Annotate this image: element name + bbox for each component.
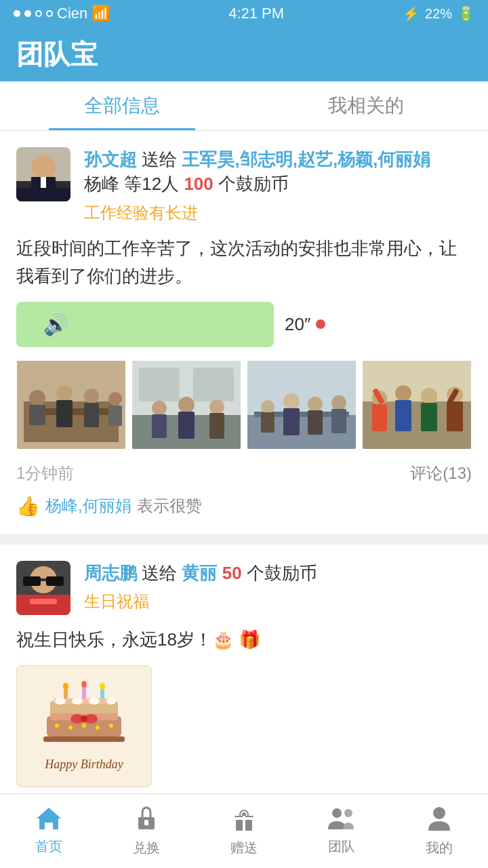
- exchange-icon: [133, 805, 160, 835]
- svg-rect-86: [144, 820, 148, 825]
- nav-gift-label: 赠送: [230, 839, 258, 857]
- svg-rect-4: [41, 177, 46, 188]
- signal-dot-2: [24, 10, 31, 17]
- battery-percent: 22%: [425, 6, 452, 22]
- post-2-sender[interactable]: 周志鹏: [84, 563, 137, 583]
- tab-all-info-label: 全部信息: [84, 93, 160, 119]
- svg-rect-20: [139, 368, 180, 401]
- svg-point-71: [89, 698, 100, 705]
- post-1-img-4[interactable]: [362, 361, 472, 449]
- post-feed: 孙文超 送给 王军昊,邹志明,赵艺,杨颖,何丽娟 杨峰 等12人 100 个鼓励…: [0, 131, 488, 868]
- post-2-meta: 周志鹏 送给 黄丽 50 个鼓励币 生日祝福: [84, 561, 472, 615]
- post-1-img-2[interactable]: [131, 361, 241, 449]
- svg-point-38: [331, 395, 346, 410]
- post-2-category: 生日祝福: [84, 591, 472, 612]
- svg-point-15: [108, 392, 122, 406]
- post-1-likes: 👍 杨峰,何丽娟 表示很赞: [16, 495, 472, 517]
- post-1-title: 孙文超 送给 王军昊,邹志明,赵艺,杨颖,何丽娟 杨峰 等12人 100 个鼓励…: [84, 147, 472, 197]
- svg-point-22: [152, 401, 167, 416]
- svg-rect-50: [447, 401, 463, 431]
- post-1-body: 近段时间的工作辛苦了，这次活动的安排也非常用心，让我看到了你们的进步。: [16, 235, 472, 291]
- svg-point-32: [261, 400, 274, 414]
- svg-rect-46: [395, 400, 411, 431]
- svg-point-78: [81, 715, 87, 722]
- svg-point-11: [56, 385, 73, 401]
- svg-point-2: [31, 155, 56, 180]
- post-2-coins: 50: [222, 563, 247, 583]
- svg-rect-5: [16, 188, 70, 201]
- app-title: 团队宝: [16, 36, 98, 73]
- post-2-coin-label: 个鼓励币: [247, 563, 317, 583]
- svg-point-72: [106, 698, 116, 705]
- post-1-img-1[interactable]: [16, 361, 126, 449]
- post-1-footer: 1分钟前 评论(13): [16, 462, 472, 484]
- svg-point-79: [55, 724, 59, 728]
- svg-point-70: [72, 698, 83, 705]
- nav-home[interactable]: 首页: [0, 806, 98, 856]
- svg-point-82: [96, 726, 100, 730]
- me-icon: [427, 805, 451, 835]
- post-2-avatar[interactable]: [16, 561, 70, 615]
- post-2-action: 送给: [142, 563, 177, 583]
- svg-rect-92: [235, 817, 253, 820]
- svg-rect-57: [46, 576, 64, 586]
- post-1-recipients[interactable]: 王军昊,邹志明,赵艺,杨颖,何丽娟: [182, 149, 430, 170]
- svg-point-83: [109, 724, 113, 728]
- svg-rect-60: [30, 599, 57, 604]
- svg-point-34: [283, 393, 300, 410]
- post-1-header: 孙文超 送给 王军昊,邹志明,赵艺,杨颖,何丽娟 杨峰 等12人 100 个鼓励…: [16, 147, 472, 224]
- like-icon-1[interactable]: 👍: [16, 495, 40, 517]
- home-icon: [35, 806, 62, 833]
- signal-dot-4: [46, 10, 53, 17]
- tab-mine[interactable]: 我相关的: [244, 81, 488, 130]
- audio-duration-text: 20″: [285, 314, 310, 335]
- signal-dot-1: [14, 10, 20, 17]
- svg-point-69: [55, 698, 66, 705]
- team-icon: [327, 806, 357, 833]
- post-1-likers[interactable]: 杨峰,何丽娟: [45, 495, 131, 517]
- audio-play-button[interactable]: 🔊: [16, 302, 274, 347]
- nav-exchange[interactable]: 兑换: [98, 805, 195, 857]
- post-1-img-3[interactable]: [247, 361, 357, 449]
- svg-point-24: [178, 397, 195, 413]
- svg-rect-12: [56, 400, 73, 427]
- svg-point-36: [308, 397, 323, 412]
- post-1-like-suffix: 表示很赞: [137, 495, 202, 517]
- tab-all-info[interactable]: 全部信息: [0, 81, 244, 130]
- status-right: ⚡ 22% 🔋: [403, 5, 474, 22]
- svg-point-80: [68, 726, 73, 730]
- svg-rect-16: [108, 406, 122, 426]
- status-bar: Cien 📶 4:21 PM ⚡ 22% 🔋: [0, 0, 488, 27]
- feed-container: 孙文超 送给 王军昊,邹志明,赵艺,杨颖,何丽娟 杨峰 等12人 100 个鼓励…: [0, 131, 488, 868]
- svg-point-95: [433, 807, 445, 819]
- svg-point-94: [344, 809, 352, 817]
- svg-rect-39: [331, 409, 346, 433]
- status-left: Cien 📶: [14, 5, 110, 22]
- svg-rect-58: [41, 578, 46, 581]
- post-2-header: 周志鹏 送给 黄丽 50 个鼓励币 生日祝福: [16, 561, 472, 615]
- svg-rect-27: [209, 413, 224, 439]
- nav-me[interactable]: 我的: [390, 805, 488, 857]
- svg-point-9: [29, 390, 45, 406]
- audio-wave-icon: 🔊: [43, 313, 68, 336]
- nav-gift[interactable]: 赠送: [195, 805, 293, 857]
- svg-point-93: [332, 808, 342, 818]
- post-1-coin-label: 个鼓励币: [218, 174, 289, 194]
- post-1-comments[interactable]: 评论(13): [410, 462, 472, 484]
- nav-team[interactable]: 团队: [293, 806, 390, 856]
- nav-exchange-label: 兑换: [133, 839, 160, 857]
- tab-bar: 全部信息 我相关的: [0, 81, 488, 131]
- svg-point-66: [100, 683, 105, 690]
- status-time: 4:21 PM: [228, 5, 284, 22]
- signal-dot-3: [35, 10, 42, 17]
- svg-point-45: [395, 385, 411, 401]
- svg-rect-14: [84, 403, 99, 427]
- happy-birthday-label: Happy Birthday: [45, 757, 123, 772]
- nav-home-label: 首页: [35, 837, 62, 856]
- post-1-avatar[interactable]: [16, 147, 70, 201]
- svg-point-26: [209, 399, 224, 414]
- post-1-more: 杨峰 等12人: [84, 174, 179, 194]
- post-2-recipients[interactable]: 黄丽: [182, 563, 217, 583]
- post-1: 孙文超 送给 王军昊,邹志明,赵艺,杨颖,何丽娟 杨峰 等12人 100 个鼓励…: [0, 131, 488, 534]
- post-1-sender[interactable]: 孙文超: [84, 149, 137, 170]
